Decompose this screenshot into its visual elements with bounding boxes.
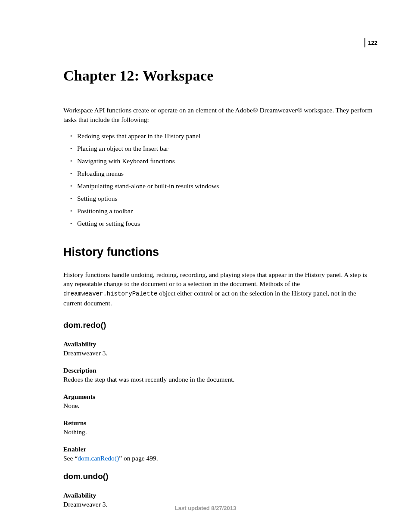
page-footer: Last updated 8/27/2013 xyxy=(0,505,411,511)
field-value: See “dom.canRedo()” on page 499. xyxy=(63,454,374,463)
inline-code: dreamweaver.historyPalette xyxy=(63,290,157,297)
field-value: None. xyxy=(63,401,374,411)
page-number-container: 122 xyxy=(364,38,377,47)
section-heading-history-functions: History functions xyxy=(63,246,374,259)
section-intro-pre: History functions handle undoing, redoin… xyxy=(63,271,367,288)
list-item: Manipulating stand-alone or built-in res… xyxy=(70,182,374,191)
field-value: Redoes the step that was most recently u… xyxy=(63,375,374,384)
list-item: Positioning a toolbar xyxy=(70,207,374,216)
method-heading-dom-redo: dom.redo() xyxy=(63,320,374,330)
field-enabler: Enabler See “dom.canRedo()” on page 499. xyxy=(63,445,374,463)
field-value: Dreamweaver 3. xyxy=(63,349,374,358)
intro-paragraph: Workspace API functions create or operat… xyxy=(63,106,374,124)
list-item: Setting options xyxy=(70,194,374,203)
list-item: Redoing steps that appear in the History… xyxy=(70,132,374,141)
field-label: Returns xyxy=(63,419,374,427)
intro-bullet-list: Redoing steps that appear in the History… xyxy=(63,132,374,228)
page-number-rule xyxy=(364,38,365,47)
field-label: Availability xyxy=(63,340,374,348)
section-intro: History functions handle undoing, redoin… xyxy=(63,270,374,308)
field-label: Arguments xyxy=(63,393,374,401)
field-availability: Availability Dreamweaver 3. xyxy=(63,340,374,358)
field-returns: Returns Nothing. xyxy=(63,419,374,437)
cross-reference-link[interactable]: dom.canRedo() xyxy=(78,454,119,462)
enabler-post: ” on page 499. xyxy=(119,454,158,462)
list-item: Placing an object on the Insert bar xyxy=(70,144,374,153)
field-arguments: Arguments None. xyxy=(63,393,374,411)
field-label: Enabler xyxy=(63,445,374,453)
list-item: Navigating with Keyboard functions xyxy=(70,157,374,166)
method-heading-dom-undo: dom.undo() xyxy=(63,472,374,481)
field-label: Description xyxy=(63,367,374,374)
document-page: 122 Chapter 12: Workspace Workspace API … xyxy=(0,0,411,532)
chapter-title: Chapter 12: Workspace xyxy=(63,68,374,84)
list-item: Getting or setting focus xyxy=(70,219,374,228)
page-number: 122 xyxy=(368,40,377,46)
field-label: Availability xyxy=(63,492,374,499)
enabler-pre: See “ xyxy=(63,454,78,462)
field-value: Nothing. xyxy=(63,428,374,437)
list-item: Reloading menus xyxy=(70,169,374,178)
field-description: Description Redoes the step that was mos… xyxy=(63,367,374,384)
